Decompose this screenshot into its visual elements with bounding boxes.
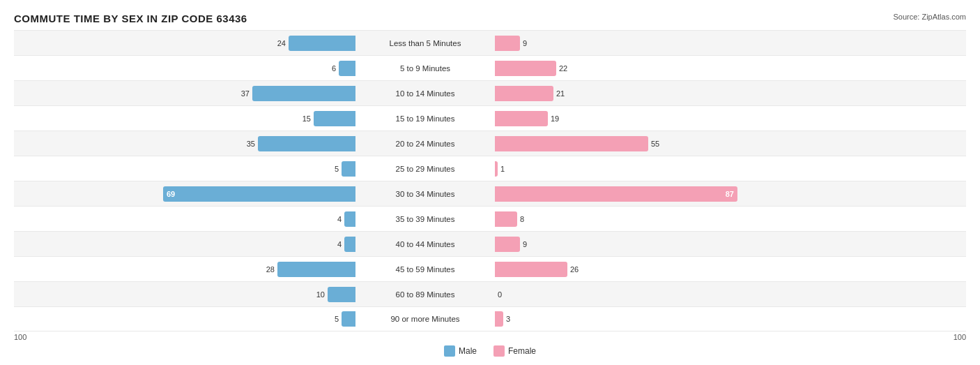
right-section: 22 bbox=[495, 56, 836, 80]
female-bar bbox=[495, 111, 548, 126]
male-value: 35 bbox=[236, 140, 255, 148]
chart-row: 3520 to 24 Minutes55 bbox=[14, 131, 966, 156]
legend-female-box bbox=[493, 345, 505, 357]
female-value: 8 bbox=[520, 215, 539, 223]
female-value: 26 bbox=[570, 265, 590, 274]
left-section: 35 bbox=[14, 131, 355, 156]
female-bar: 87 bbox=[495, 186, 737, 202]
chart-area: 24Less than 5 Minutes965 to 9 Minutes223… bbox=[14, 30, 966, 332]
female-bar bbox=[495, 161, 498, 177]
male-bar bbox=[328, 287, 355, 302]
chart-row: 1060 to 89 Minutes0 bbox=[14, 281, 966, 306]
legend-female: Female bbox=[493, 345, 536, 357]
right-section: 1 bbox=[495, 156, 836, 181]
row-label: Less than 5 Minutes bbox=[355, 39, 495, 47]
right-section: 87 bbox=[495, 181, 836, 206]
chart-row: 2845 to 59 Minutes26 bbox=[14, 256, 966, 281]
source-label: Source: ZipAtlas.com bbox=[893, 13, 966, 21]
female-value: 1 bbox=[500, 165, 520, 173]
male-bar bbox=[339, 61, 355, 76]
legend-male-box bbox=[444, 345, 455, 357]
right-section: 21 bbox=[495, 81, 836, 105]
chart-row: 6930 to 34 Minutes87 bbox=[14, 181, 966, 206]
male-value-inside: 69 bbox=[163, 190, 175, 198]
legend-female-label: Female bbox=[508, 346, 536, 356]
female-bar bbox=[495, 61, 556, 76]
row-label: 40 to 44 Minutes bbox=[355, 240, 495, 248]
female-bar bbox=[495, 36, 520, 51]
row-label: 45 to 59 Minutes bbox=[355, 265, 495, 274]
female-value: 0 bbox=[498, 290, 517, 299]
chart-title: COMMUTE TIME BY SEX IN ZIP CODE 63436 bbox=[14, 13, 966, 24]
female-value: 22 bbox=[559, 64, 579, 73]
male-value: 5 bbox=[319, 315, 339, 323]
row-label: 90 or more Minutes bbox=[355, 315, 495, 323]
male-value: 24 bbox=[266, 39, 286, 47]
chart-row: 24Less than 5 Minutes9 bbox=[14, 30, 966, 55]
left-section: 5 bbox=[14, 156, 355, 181]
row-label: 5 to 9 Minutes bbox=[355, 64, 495, 73]
male-bar bbox=[314, 111, 355, 126]
male-value: 37 bbox=[230, 89, 250, 98]
male-bar bbox=[277, 262, 355, 277]
row-label: 15 to 19 Minutes bbox=[355, 114, 495, 123]
left-section: 37 bbox=[14, 81, 355, 105]
female-bar bbox=[495, 211, 517, 227]
legend-male: Male bbox=[444, 345, 477, 357]
female-value: 21 bbox=[556, 89, 576, 98]
female-bar bbox=[495, 262, 567, 277]
left-section: 24 bbox=[14, 31, 355, 55]
chart-row: 590 or more Minutes3 bbox=[14, 306, 966, 332]
chart-container: COMMUTE TIME BY SEX IN ZIP CODE 63436 So… bbox=[0, 0, 980, 365]
left-section: 15 bbox=[14, 106, 355, 131]
male-value: 10 bbox=[305, 290, 325, 299]
chart-row: 1515 to 19 Minutes19 bbox=[14, 105, 966, 131]
male-bar bbox=[289, 36, 355, 51]
row-label: 35 to 39 Minutes bbox=[355, 215, 495, 223]
male-value: 6 bbox=[316, 64, 336, 73]
left-section: 5 bbox=[14, 307, 355, 331]
chart-row: 3710 to 14 Minutes21 bbox=[14, 80, 966, 105]
axis-right: 100 bbox=[931, 333, 966, 341]
male-value: 5 bbox=[319, 165, 339, 173]
male-bar bbox=[344, 237, 355, 252]
male-bar: 69 bbox=[163, 186, 355, 202]
female-value: 19 bbox=[551, 114, 570, 123]
female-value: 3 bbox=[506, 315, 526, 323]
left-section: 6 bbox=[14, 56, 355, 80]
row-label: 10 to 14 Minutes bbox=[355, 89, 495, 98]
legend: Male Female bbox=[14, 345, 966, 357]
female-value: 55 bbox=[651, 140, 671, 148]
right-section: 8 bbox=[495, 207, 836, 231]
male-value: 28 bbox=[255, 265, 275, 274]
legend-male-label: Male bbox=[459, 346, 477, 356]
female-bar bbox=[495, 86, 553, 101]
male-bar bbox=[344, 211, 355, 227]
right-section: 26 bbox=[495, 257, 836, 281]
chart-row: 435 to 39 Minutes8 bbox=[14, 206, 966, 231]
male-value: 4 bbox=[322, 240, 342, 248]
female-bar bbox=[495, 311, 503, 327]
female-value: 9 bbox=[523, 240, 542, 248]
male-bar bbox=[252, 86, 355, 101]
chart-row: 65 to 9 Minutes22 bbox=[14, 55, 966, 80]
axis-labels: 100 100 bbox=[14, 333, 966, 341]
right-section: 0 bbox=[495, 282, 836, 306]
male-value: 15 bbox=[291, 114, 311, 123]
axis-left: 100 bbox=[14, 333, 49, 341]
row-label: 20 to 24 Minutes bbox=[355, 140, 495, 148]
right-section: 19 bbox=[495, 106, 836, 131]
right-section: 9 bbox=[495, 31, 836, 55]
left-section: 28 bbox=[14, 257, 355, 281]
row-label: 30 to 34 Minutes bbox=[355, 190, 495, 198]
right-section: 9 bbox=[495, 232, 836, 256]
right-section: 55 bbox=[495, 131, 836, 156]
left-section: 10 bbox=[14, 282, 355, 306]
left-section: 4 bbox=[14, 207, 355, 231]
chart-row: 440 to 44 Minutes9 bbox=[14, 231, 966, 256]
female-value-inside: 87 bbox=[726, 190, 737, 198]
right-section: 3 bbox=[495, 307, 836, 331]
male-bar bbox=[342, 311, 355, 327]
female-bar bbox=[495, 136, 648, 151]
left-section: 69 bbox=[14, 181, 355, 206]
